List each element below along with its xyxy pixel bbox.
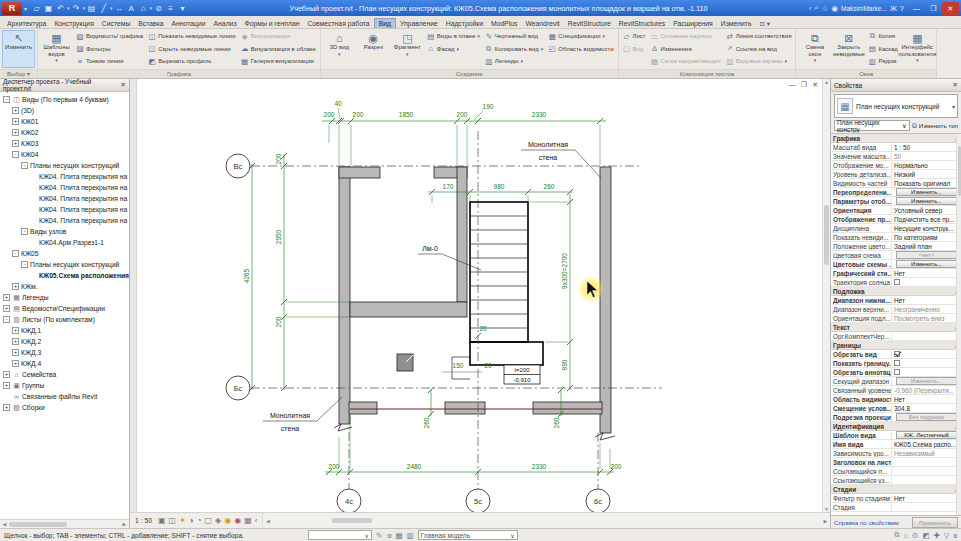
chevron-down-icon[interactable]: ∨ <box>902 122 907 130</box>
active-option-icon[interactable]: ▥ <box>406 531 413 540</box>
property-section-Текст[interactable]: Текст∧ <box>831 323 961 332</box>
scrollbar-thumb[interactable] <box>958 146 961 196</box>
dropdown-arrow-icon[interactable]: ▾ <box>457 46 460 52</box>
tile-button[interactable]: ▥Рядом <box>866 55 899 68</box>
tree-item-Виды узлов[interactable]: -Виды узлов <box>0 226 129 237</box>
thin-lines-icon[interactable]: ≡ <box>165 4 176 13</box>
remove-hidden-lines-button[interactable]: ◫Скрыть невидимые линии <box>146 43 238 56</box>
tree-item-Ведомости/Спецификации[interactable]: +▤Ведомости/Спецификации <box>0 303 129 314</box>
drawing-view[interactable]: Вс Бс 4с 5с 6с <box>130 79 830 512</box>
chevron-down-icon[interactable]: ∨ <box>510 532 514 539</box>
close-hidden-button[interactable]: ⊠Закрыть невидимые <box>832 30 865 68</box>
ribbon-group-label[interactable]: Создание <box>321 69 618 78</box>
checkbox[interactable] <box>894 360 900 366</box>
tree-expander-icon[interactable]: - <box>12 151 19 158</box>
dropdown-arrow-icon[interactable]: ▾ <box>477 33 480 39</box>
detail-level-icon[interactable]: ▣ <box>158 516 166 525</box>
property-value[interactable]: 1 : 50 <box>892 144 961 151</box>
filters-button[interactable]: ▨Фильтры <box>74 43 145 56</box>
replicate-button[interactable]: ⧉Копия <box>866 30 899 43</box>
tab-Изменить[interactable]: Изменить <box>717 19 756 28</box>
scroll-left-icon[interactable]: ◀ <box>263 518 272 524</box>
tree-item-Группы[interactable]: +▣Группы <box>0 380 129 391</box>
tree-item-КЖ04.Арм.Разрез1-1[interactable]: КЖ04.Арм.Разрез1-1 <box>0 237 129 248</box>
property-value[interactable]: Условный север <box>892 207 961 214</box>
signed-in-user[interactable]: MaksimMarke... <box>841 5 887 12</box>
tree-expander-icon[interactable]: - <box>12 250 19 257</box>
user-interface-button[interactable]: ▦Интерфейс пользователя▾ <box>901 30 934 68</box>
tree-expander-icon[interactable]: + <box>12 327 19 334</box>
tree-item-КЖ02[interactable]: +КЖ02 <box>0 127 129 138</box>
tab-Аннотации[interactable]: Аннотации <box>168 19 210 28</box>
dropdown-arrow-icon[interactable]: ▾ <box>67 5 70 11</box>
property-value[interactable]: Показать оригинал <box>892 180 961 187</box>
duplicate-view-button[interactable]: ⧉Копировать вид▾ <box>483 43 546 56</box>
tab-Формы и генплан[interactable]: Формы и генплан <box>241 19 304 28</box>
tab-Вид[interactable]: Вид <box>374 18 396 28</box>
revit-app-icon[interactable]: R <box>2 2 22 15</box>
tree-item-КЖ05[interactable]: -КЖ05 <box>0 248 129 259</box>
property-value[interactable]: Нет <box>892 495 961 502</box>
property-value[interactable]: Нет <box>892 297 961 304</box>
scroll-down-icon[interactable]: ▼ <box>822 506 830 512</box>
dropdown-arrow-icon[interactable]: ▾ <box>55 57 58 63</box>
tree-expander-icon[interactable]: + <box>12 118 19 125</box>
chevron-down-icon[interactable]: ▾ <box>952 103 955 110</box>
view-close-icon[interactable]: ✕ <box>812 81 818 89</box>
tab-Надстройки[interactable]: Надстройки <box>442 19 487 28</box>
schedules-button[interactable]: ▦Спецификации▾ <box>546 30 615 43</box>
property-section-Стадии[interactable]: Стадии∧ <box>831 485 961 494</box>
tab-Анализ[interactable]: Анализ <box>210 19 241 28</box>
ribbon-group-label[interactable]: Выбор ▾ <box>0 69 37 78</box>
scroll-left-icon[interactable]: ◀ <box>0 521 9 527</box>
drag-on-selection-icon[interactable]: ✚ <box>933 531 939 540</box>
maximize-button[interactable]: ❒ <box>925 2 942 15</box>
tab-Вставка[interactable]: Вставка <box>134 19 167 28</box>
tree-expander-icon[interactable]: - <box>21 261 28 268</box>
view-scale[interactable]: 1 : 50 <box>135 517 152 524</box>
thin-lines-button[interactable]: ≡Тонкие линии <box>74 55 145 68</box>
section-icon[interactable]: ⊘ <box>153 4 164 13</box>
dropdown-arrow-icon[interactable]: ▾ <box>406 51 409 57</box>
property-button[interactable]: Изменить... <box>896 188 957 196</box>
section-button[interactable]: ◉Разрез <box>357 30 390 68</box>
sun-path-icon[interactable]: ✶ <box>179 516 186 525</box>
tree-expander-icon[interactable]: + <box>3 382 10 389</box>
tab-Конструкция[interactable]: Конструкция <box>50 19 97 28</box>
tree-item-КЖ05.Схема расположения м[interactable]: КЖ05.Схема расположения м <box>0 270 129 281</box>
elevation-button[interactable]: ⌂Фасад▾ <box>425 43 482 56</box>
tab-Управление[interactable]: Управление <box>396 19 442 28</box>
matchline-button[interactable]: ⇄Линия соответствия <box>724 30 794 43</box>
show-hidden-lines-button[interactable]: ◫Показать невидимые линии <box>146 30 238 43</box>
scroll-up-icon[interactable]: ▲ <box>822 79 830 85</box>
open-icon[interactable]: ▱ <box>31 4 42 13</box>
checkbox[interactable] <box>894 279 900 285</box>
property-value[interactable]: Нормально <box>892 162 961 169</box>
switch-windows-button[interactable]: ⧉Смена окон▾ <box>798 30 831 68</box>
property-value[interactable]: КЖ05.Схема распо... <box>892 441 961 448</box>
tree-expander-icon[interactable]: + <box>12 338 19 345</box>
cascade-button[interactable]: ▤Каскад <box>866 43 899 56</box>
property-value[interactable]: -0.960 (Перекрыти... <box>892 387 961 394</box>
select-by-face-icon[interactable]: ◩ <box>922 531 929 540</box>
render-gallery-button[interactable]: ▦Галерея визуализации <box>239 55 318 68</box>
tree-item-Виды (По первым 4 буквам)[interactable]: -◫Виды (По первым 4 буквам) <box>0 94 129 105</box>
tree-item-Семейства[interactable]: +⌂Семейства <box>0 369 129 380</box>
ribbon-group-label[interactable]: Графика <box>38 69 320 78</box>
tree-expander-icon[interactable]: + <box>12 107 19 114</box>
tree-expander-icon[interactable]: + <box>12 349 19 356</box>
help-icon[interactable]: ? <box>900 4 904 13</box>
apply-button[interactable]: Применить <box>912 517 958 528</box>
subscription-star-icon[interactable]: ☆ <box>822 4 829 13</box>
property-button[interactable]: Изменить... <box>896 197 957 205</box>
callout-button[interactable]: ◳Фрагмент▾ <box>391 30 424 68</box>
tree-item-КЖД.4[interactable]: +КЖД.4 <box>0 358 129 369</box>
property-section-Границы[interactable]: Границы∧ <box>831 341 961 350</box>
scope-box-button[interactable]: ◰Область видимости <box>546 43 615 56</box>
rendering-dialog-icon[interactable]: ◔ <box>197 516 202 525</box>
tab-Расширения[interactable]: Расширения <box>669 19 717 28</box>
minimize-button[interactable]: — <box>908 2 925 15</box>
tab-Архитектура[interactable]: Архитектура <box>3 19 50 28</box>
exchange-apps-icon[interactable]: Ж <box>890 4 897 13</box>
app-menu-arrow-icon[interactable]: ▾ <box>24 5 27 12</box>
